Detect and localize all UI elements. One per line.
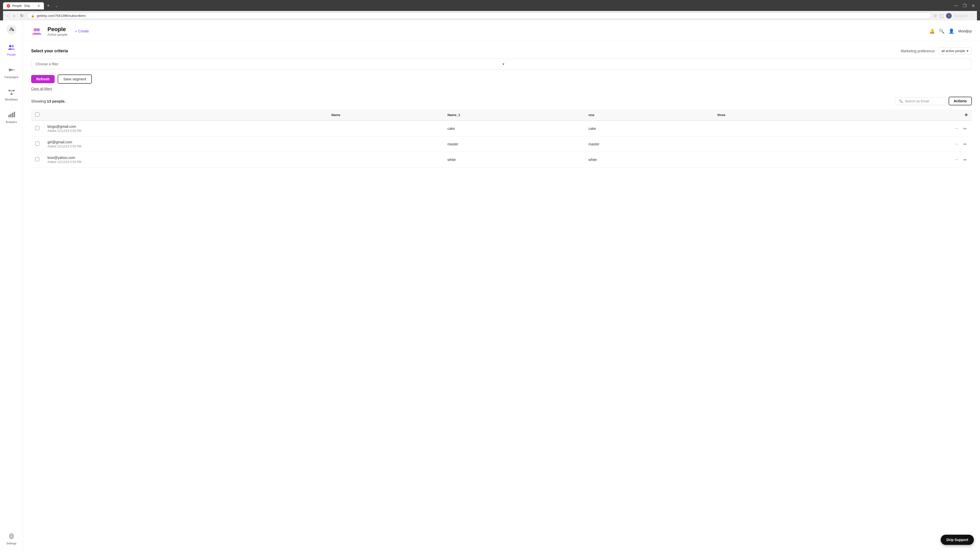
- create-button[interactable]: + Create: [73, 27, 91, 35]
- save-segment-button[interactable]: Save segment: [58, 75, 92, 84]
- window-minimize-btn[interactable]: ─: [953, 2, 960, 10]
- sidebar-label-workflows: Workflows: [5, 98, 18, 101]
- page-header-text: People Active people: [48, 26, 67, 37]
- sidebar-nav: People Campaigns: [0, 41, 23, 524]
- page-title: People: [48, 26, 67, 33]
- reload-button[interactable]: ↻: [19, 13, 25, 19]
- sidebar-item-settings[interactable]: Settings: [4, 530, 19, 547]
- header-name: Name: [327, 110, 443, 121]
- tab-close-btn[interactable]: ✕: [37, 4, 40, 8]
- person-one-val: cake: [589, 127, 596, 130]
- row-checkbox[interactable]: [35, 157, 39, 161]
- sidebar-item-people[interactable]: People: [2, 41, 21, 58]
- sidebar-label-analytics: Analytics: [6, 121, 17, 124]
- refresh-button[interactable]: Refresh: [31, 75, 55, 83]
- edit-button[interactable]: ✏: [963, 156, 968, 163]
- main-content: People Active people + Create 🔔 🔍 👤 Mood…: [23, 21, 980, 551]
- svg-rect-14: [14, 112, 15, 118]
- extension-btn[interactable]: ⬚: [940, 13, 943, 18]
- criteria-row: Select your criteria Marketing preferenc…: [31, 47, 972, 55]
- svg-point-15: [11, 535, 13, 537]
- search-placeholder: Search by Email: [905, 99, 929, 103]
- workflows-svg-icon: [8, 89, 15, 96]
- row-checkbox[interactable]: [35, 141, 39, 146]
- table-settings-icon[interactable]: ⚙: [965, 113, 968, 117]
- header-email: [43, 110, 327, 121]
- select-all-checkbox[interactable]: [35, 113, 39, 117]
- window-restore-btn[interactable]: ❐: [961, 2, 969, 9]
- drip-support-button[interactable]: Drip Support: [941, 535, 974, 545]
- person-info-cell: bingo@gmail.com Added 12/12/23 5:55 PM: [43, 121, 327, 137]
- person-added: Added 12/12/23 5:55 PM: [48, 160, 323, 164]
- edit-button[interactable]: ✏: [963, 125, 968, 132]
- person-three: [713, 137, 823, 152]
- tab-overflow-icon[interactable]: ⌄: [53, 2, 60, 9]
- svg-rect-8: [11, 94, 13, 95]
- profile-button[interactable]: I: [946, 13, 952, 19]
- person-one: cake: [584, 121, 713, 137]
- table-row: girl@gmail.com Added 12/12/23 5:55 PM ma…: [31, 137, 972, 152]
- svg-rect-11: [8, 115, 10, 118]
- person-email[interactable]: girl@gmail.com: [48, 140, 323, 144]
- marketing-pref-label: Marketing preference:: [901, 49, 935, 53]
- page-header-icon: [31, 25, 42, 37]
- header-settings[interactable]: ⚙: [823, 110, 972, 121]
- marketing-dropdown[interactable]: all active people ▾: [938, 47, 972, 55]
- row-actions-cell: ··· ✏: [823, 137, 972, 152]
- page-header: People Active people + Create 🔔 🔍 👤 Mood…: [23, 21, 980, 41]
- nav-actions: ☆ ⬚ I Incognito ⋮: [934, 13, 974, 19]
- svg-point-4: [11, 45, 14, 48]
- sidebar-item-workflows[interactable]: Workflows: [2, 86, 21, 103]
- lock-icon: 🔒: [31, 14, 35, 17]
- sidebar-item-analytics[interactable]: Analytics: [2, 108, 21, 125]
- header-name1: Name_1: [443, 110, 584, 121]
- profile-icon[interactable]: 👤: [948, 28, 954, 34]
- tab-title: People · Drip: [12, 4, 30, 8]
- person-info-cell: girl@gmail.com Added 12/12/23 5:55 PM: [43, 137, 327, 152]
- active-tab[interactable]: D People · Drip ✕: [3, 2, 44, 10]
- marketing-chevron-icon: ▾: [967, 49, 969, 53]
- marketing-pref-value: all active people: [942, 49, 965, 53]
- chrome-menu-btn[interactable]: ⋮: [970, 13, 974, 18]
- more-options-button[interactable]: ···: [954, 156, 959, 163]
- forward-button[interactable]: ›: [12, 13, 16, 19]
- address-bar[interactable]: 🔒 getdrip.com/7641396/subscribers: [27, 13, 932, 19]
- people-icon: [7, 43, 16, 52]
- person-email[interactable]: love@yahoo.com: [48, 156, 323, 160]
- app-container: People Campaigns: [0, 21, 980, 551]
- person-email[interactable]: bingo@gmail.com: [48, 124, 323, 129]
- filter-bar[interactable]: Choose a filter ▾: [31, 59, 972, 69]
- new-tab-button[interactable]: +: [45, 2, 52, 10]
- bookmark-icon[interactable]: ☆: [934, 13, 937, 18]
- table-header: Name Name_1 one three ⚙: [31, 110, 972, 121]
- svg-rect-7: [13, 90, 14, 91]
- search-icon[interactable]: 🔍: [939, 28, 945, 34]
- row-checkbox-cell: [31, 152, 43, 168]
- table-row: bingo@gmail.com Added 12/12/23 5:55 PM c…: [31, 121, 972, 137]
- row-actions: ··· ✏: [827, 156, 968, 163]
- more-options-button[interactable]: ···: [954, 141, 959, 148]
- sidebar-label-people: People: [7, 53, 16, 56]
- window-close-btn[interactable]: ✕: [969, 2, 977, 9]
- campaigns-icon: [7, 65, 16, 75]
- criteria-label: Select your criteria: [31, 49, 68, 53]
- edit-button[interactable]: ✏: [963, 141, 968, 148]
- header-three: three: [713, 110, 823, 121]
- more-options-button[interactable]: ···: [954, 125, 959, 132]
- notifications-icon[interactable]: 🔔: [929, 28, 935, 34]
- showing-count: 13 people.: [47, 99, 65, 103]
- search-box[interactable]: 🔍 Search by Email: [895, 97, 946, 105]
- row-actions: ··· ✏: [827, 125, 968, 132]
- person-one: white: [584, 152, 713, 168]
- row-checkbox[interactable]: [35, 126, 39, 130]
- row-checkbox-cell: [31, 137, 43, 152]
- clear-filters-link[interactable]: Clear all filters: [31, 87, 972, 91]
- back-button[interactable]: ‹: [6, 13, 10, 19]
- person-one-val: master: [589, 142, 600, 146]
- actions-button[interactable]: Actions: [948, 97, 972, 105]
- sidebar-item-campaigns[interactable]: Campaigns: [2, 63, 21, 81]
- url-text: getdrip.com/7641396/subscribers: [37, 14, 86, 17]
- person-name: [327, 137, 443, 152]
- person-name1: master: [443, 137, 584, 152]
- page-subtitle: Active people: [48, 33, 67, 37]
